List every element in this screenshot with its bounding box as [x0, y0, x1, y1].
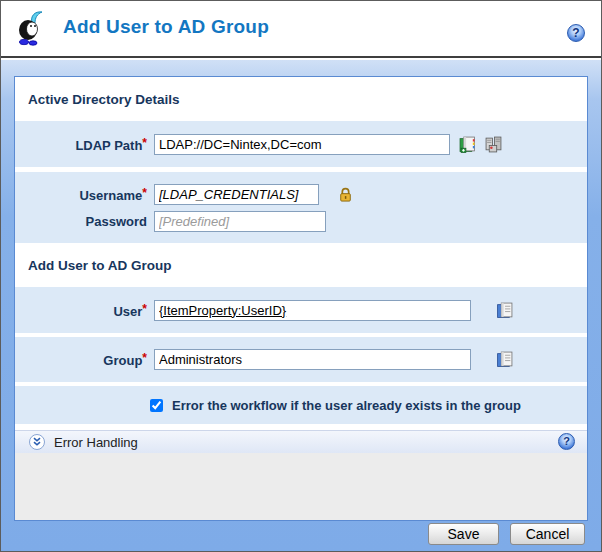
lock-icon: [337, 186, 354, 203]
ldap-path-input[interactable]: [154, 134, 450, 155]
error-handling-content: [15, 453, 587, 520]
cancel-button[interactable]: Cancel: [510, 523, 585, 545]
footer-buttons: Save Cancel: [428, 523, 585, 545]
username-label: Username*: [15, 186, 147, 203]
required-asterisk: *: [142, 136, 147, 150]
error-option-row: Error the workflow if the user already e…: [15, 386, 587, 424]
username-row: Username*: [15, 183, 587, 205]
title-bar: Add User to AD Group ?: [1, 1, 601, 58]
required-asterisk: *: [142, 186, 147, 200]
password-row: Password: [15, 210, 587, 232]
required-asterisk: *: [142, 351, 147, 365]
error-checkbox-label: Error the workflow if the user already e…: [172, 398, 521, 413]
save-button[interactable]: Save: [428, 523, 499, 545]
error-handling-title: Error Handling: [54, 435, 138, 450]
group-row: Group*: [15, 337, 587, 382]
address-book-icon[interactable]: [496, 351, 513, 368]
user-row: User*: [15, 287, 587, 333]
password-input[interactable]: [154, 211, 326, 232]
required-asterisk: *: [142, 302, 147, 316]
credentials-rows: Username* Password: [15, 172, 587, 243]
ad-servers-icon[interactable]: [485, 136, 502, 153]
double-chevron-down-icon: [32, 437, 42, 447]
group-label: Group*: [15, 351, 147, 368]
dialog-title: Add User to AD Group: [63, 16, 269, 38]
section-header-add-user-to-ad-group: Add User to AD Group: [15, 243, 587, 287]
error-checkbox[interactable]: [150, 399, 163, 412]
ldap-path-row: LDAP Path*: [15, 121, 587, 167]
address-book-icon[interactable]: [459, 136, 476, 153]
username-input[interactable]: [154, 184, 319, 205]
section-header-active-directory-details: Active Directory Details: [15, 77, 587, 121]
config-panel: Active Directory Details LDAP Path*: [14, 76, 588, 521]
ldap-path-label: LDAP Path*: [15, 136, 147, 153]
group-input[interactable]: [154, 349, 471, 370]
user-label: User*: [15, 302, 147, 319]
dialog-body: Active Directory Details LDAP Path*: [1, 60, 601, 551]
password-label: Password: [15, 214, 147, 229]
user-input[interactable]: [154, 300, 471, 321]
help-icon[interactable]: ?: [567, 24, 585, 42]
add-user-to-ad-group-dialog: Add User to AD Group ? Active Directory …: [0, 0, 602, 552]
workflow-action-icon: [16, 9, 46, 47]
error-handling-header: Error Handling ?: [15, 430, 587, 453]
address-book-icon[interactable]: [496, 302, 513, 319]
help-icon[interactable]: ?: [558, 433, 575, 450]
expand-error-handling-button[interactable]: [29, 434, 45, 450]
